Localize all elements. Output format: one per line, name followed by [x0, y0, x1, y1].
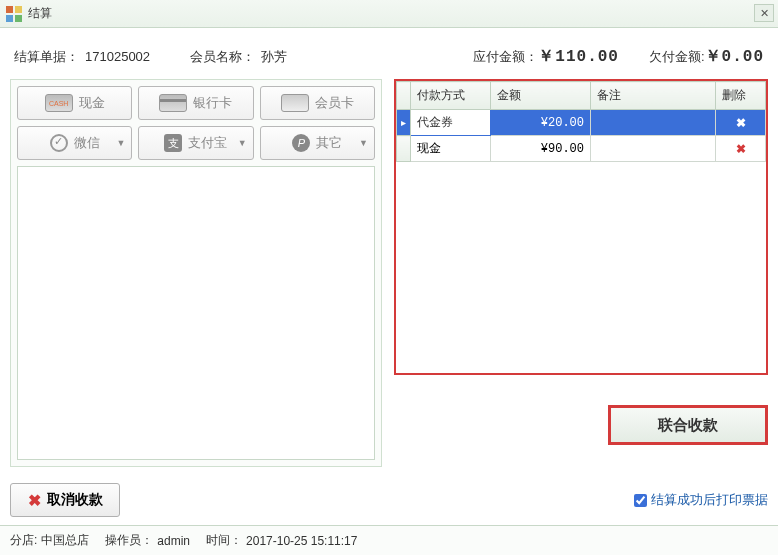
chevron-down-icon: ▼ [238, 138, 247, 148]
table-row[interactable]: ▸ 代金券 ¥20.00 ✖ [397, 110, 766, 136]
chevron-down-icon: ▼ [359, 138, 368, 148]
branch-label: 分店: [10, 532, 37, 549]
due-label: 应付金额： [473, 48, 538, 66]
cell-method[interactable]: 代金券 [411, 110, 491, 136]
order-number: 171025002 [85, 49, 150, 64]
cell-amount: ¥20.00 [491, 110, 591, 136]
app-icon [6, 6, 22, 22]
col-method-header[interactable]: 付款方式 [411, 82, 491, 110]
print-receipt-checkbox[interactable]: 结算成功后打印票据 [634, 491, 768, 509]
col-amount-header[interactable]: 金额 [491, 82, 591, 110]
operator-label: 操作员： [105, 532, 153, 549]
alipay-label: 支付宝 [188, 134, 227, 152]
print-checkbox-input[interactable] [634, 494, 647, 507]
owe-label: 欠付金额: [649, 48, 705, 66]
membercard-label: 会员卡 [315, 94, 354, 112]
cell-method[interactable]: 现金 [411, 136, 491, 162]
order-label: 结算单据： [14, 48, 79, 66]
cell-amount: ¥90.00 [491, 136, 591, 162]
close-icon: ✖ [28, 491, 41, 510]
combine-payment-button[interactable]: 联合收款 [608, 405, 768, 445]
wechat-button[interactable]: 微信 ▼ [17, 126, 132, 160]
member-name: 孙芳 [261, 48, 287, 66]
col-delete-header[interactable]: 删除 [716, 82, 766, 110]
alipay-icon: 支 [164, 134, 182, 152]
titlebar: 结算 ✕ [0, 0, 778, 28]
main-row: CASH 现金 银行卡 会员卡 微信 ▼ 支 支付 [10, 79, 768, 467]
cell-remark [591, 110, 716, 136]
cash-icon: CASH [45, 94, 73, 112]
other-button[interactable]: P 其它 ▼ [260, 126, 375, 160]
statusbar: 分店: 中国总店 操作员： admin 时间： 2017-10-25 15:11… [0, 525, 778, 555]
window-title: 结算 [28, 5, 52, 22]
row-marker-header [397, 82, 411, 110]
col-remark-header[interactable]: 备注 [591, 82, 716, 110]
left-panel: CASH 现金 银行卡 会员卡 微信 ▼ 支 支付 [10, 79, 382, 467]
cell-remark [591, 136, 716, 162]
close-button[interactable]: ✕ [754, 4, 774, 22]
bankcard-icon [159, 94, 187, 112]
cash-button[interactable]: CASH 现金 [17, 86, 132, 120]
bankcard-button[interactable]: 银行卡 [138, 86, 253, 120]
info-row: 结算单据： 171025002 会员名称： 孙芳 应付金额： ￥110.00 欠… [10, 36, 768, 79]
cash-label: 现金 [79, 94, 105, 112]
owe-amount: ￥0.00 [705, 46, 764, 67]
wechat-icon [50, 134, 68, 152]
bankcard-label: 银行卡 [193, 94, 232, 112]
payment-table-wrap: 付款方式 金额 备注 删除 ▸ 代金券 ¥20.00 ✖ [394, 79, 768, 375]
member-label: 会员名称： [190, 48, 255, 66]
cancel-label: 取消收款 [47, 491, 103, 509]
blank-area [17, 166, 375, 460]
payment-method-grid: CASH 现金 银行卡 会员卡 微信 ▼ 支 支付 [17, 86, 375, 160]
other-label: 其它 [316, 134, 342, 152]
alipay-button[interactable]: 支 支付宝 ▼ [138, 126, 253, 160]
payment-table: 付款方式 金额 备注 删除 ▸ 代金券 ¥20.00 ✖ [396, 81, 766, 162]
right-panel: 付款方式 金额 备注 删除 ▸ 代金券 ¥20.00 ✖ [394, 79, 768, 467]
bottom-row: ✖ 取消收款 结算成功后打印票据 [10, 483, 768, 517]
print-label: 结算成功后打印票据 [651, 491, 768, 509]
row-marker-icon [397, 136, 411, 162]
cancel-payment-button[interactable]: ✖ 取消收款 [10, 483, 120, 517]
operator-value: admin [157, 534, 190, 548]
due-amount: ￥110.00 [538, 46, 619, 67]
action-row: 联合收款 [394, 405, 768, 445]
content-area: 结算单据： 171025002 会员名称： 孙芳 应付金额： ￥110.00 欠… [0, 28, 778, 525]
delete-row-button[interactable]: ✖ [716, 110, 766, 136]
table-row[interactable]: 现金 ¥90.00 ✖ [397, 136, 766, 162]
membercard-button[interactable]: 会员卡 [260, 86, 375, 120]
wechat-label: 微信 [74, 134, 100, 152]
membercard-icon [281, 94, 309, 112]
delete-row-button[interactable]: ✖ [716, 136, 766, 162]
other-icon: P [292, 134, 310, 152]
time-label: 时间： [206, 532, 242, 549]
row-marker-icon: ▸ [397, 110, 411, 136]
time-value: 2017-10-25 15:11:17 [246, 534, 357, 548]
branch-value: 中国总店 [41, 532, 89, 549]
chevron-down-icon: ▼ [116, 138, 125, 148]
